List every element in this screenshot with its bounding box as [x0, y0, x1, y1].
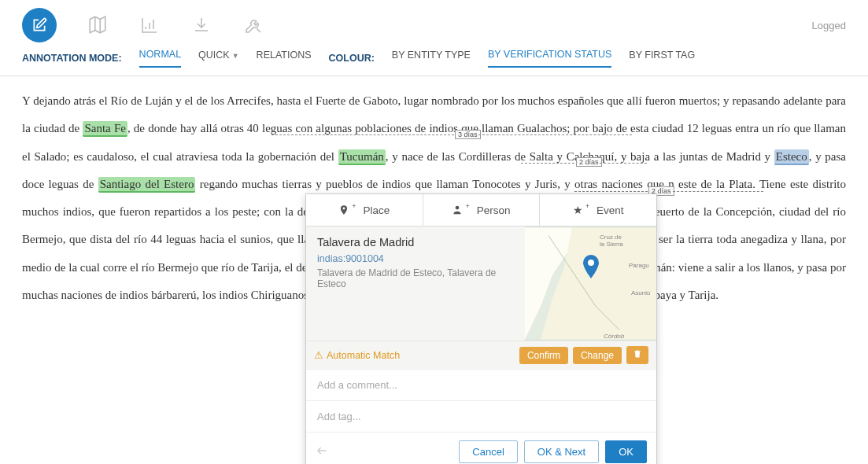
map-pin-icon — [582, 255, 600, 282]
entity-id: indias:9001004 — [317, 253, 514, 264]
map-icon[interactable] — [87, 14, 109, 36]
tools-icon[interactable] — [242, 14, 264, 36]
download-icon[interactable] — [190, 14, 212, 36]
svg-point-0 — [456, 206, 460, 210]
relation-tag-3dias[interactable]: 3 días — [455, 130, 481, 139]
entity-edit-popup: + Place + Person ★+ Event Talavera de Ma… — [305, 193, 657, 464]
relation-arrow — [478, 134, 632, 135]
entity-esteco[interactable]: Esteco — [774, 149, 809, 165]
ok-button[interactable]: OK — [605, 440, 647, 463]
svg-text:Córdob: Córdob — [604, 333, 625, 340]
main-toolbar: Logged — [0, 0, 868, 49]
popup-body: Talavera de Madrid indias:9001004 Talave… — [306, 226, 656, 341]
confirm-button[interactable]: Confirm — [519, 347, 568, 364]
star-icon: ★ — [573, 204, 583, 216]
automatch-row: ⚠ Automatic Match Confirm Change — [306, 341, 656, 369]
relation-arrow — [521, 163, 574, 164]
tab-person[interactable]: + Person — [423, 194, 541, 226]
delete-button[interactable] — [626, 346, 648, 364]
filter-bar: ANNOTATION MODE: NORMAL QUICK▼ RELATIONS… — [0, 49, 868, 76]
svg-point-7 — [588, 260, 594, 266]
popup-tabs: + Place + Person ★+ Event — [306, 194, 656, 226]
logged-label: Logged — [812, 20, 846, 31]
colour-verification[interactable]: BY VERIFICATION STATUS — [488, 49, 611, 68]
svg-text:Cruz de: Cruz de — [600, 234, 622, 241]
chart-icon[interactable] — [139, 14, 161, 36]
svg-text:Paragu: Paragu — [629, 262, 649, 269]
relation-arrow — [673, 191, 763, 192]
entity-santiago[interactable]: Santiago del Estero — [98, 177, 196, 193]
automatch-label: ⚠ Automatic Match — [314, 349, 515, 361]
relation-arrow — [271, 134, 454, 135]
colour-first-tag[interactable]: BY FIRST TAG — [629, 50, 695, 67]
ok-next-button[interactable]: OK & Next — [524, 440, 599, 463]
popup-map[interactable]: Cruz de la Sierra Paragu Asunio Córdob — [525, 226, 656, 341]
colour-entity[interactable]: BY ENTITY TYPE — [392, 50, 471, 67]
svg-text:Asunio: Asunio — [631, 289, 651, 296]
popup-info: Talavera de Madrid indias:9001004 Talave… — [306, 226, 525, 341]
relation-tag-2dias[interactable]: 2 días — [576, 157, 602, 167]
tab-event[interactable]: ★+ Event — [540, 194, 656, 226]
entity-tucuman[interactable]: Tucumán — [338, 149, 386, 165]
mode-normal[interactable]: NORMAL — [139, 49, 181, 68]
plus-icon: + — [465, 202, 469, 210]
chevron-down-icon: ▼ — [232, 52, 239, 60]
plus-icon: + — [585, 202, 589, 210]
relation-arrow — [600, 163, 647, 164]
colour-label: COLOUR: — [329, 53, 375, 64]
tab-place[interactable]: + Place — [306, 194, 423, 226]
mode-relations[interactable]: RELATIONS — [257, 50, 312, 67]
cancel-button[interactable]: Cancel — [459, 440, 517, 463]
share-icon[interactable] — [316, 444, 328, 459]
warning-icon: ⚠ — [314, 349, 323, 361]
svg-text:la Sierra: la Sierra — [600, 241, 623, 248]
comment-input[interactable]: Add a comment... — [306, 369, 656, 400]
entity-title: Talavera de Madrid — [317, 236, 514, 249]
entity-alt-names: Talavera de Madrid de Esteco, Talavera d… — [317, 267, 514, 289]
mode-quick[interactable]: QUICK▼ — [198, 50, 239, 67]
annotation-mode-label: ANNOTATION MODE: — [22, 53, 122, 64]
plus-icon: + — [352, 202, 356, 210]
relation-arrow — [574, 191, 648, 192]
popup-actions: Cancel OK & Next OK — [306, 432, 656, 464]
change-button[interactable]: Change — [573, 347, 622, 364]
entity-santa-fe[interactable]: Santa Fe — [83, 121, 127, 137]
edit-icon[interactable] — [22, 8, 57, 42]
tag-input[interactable]: Add tag... — [306, 400, 656, 432]
